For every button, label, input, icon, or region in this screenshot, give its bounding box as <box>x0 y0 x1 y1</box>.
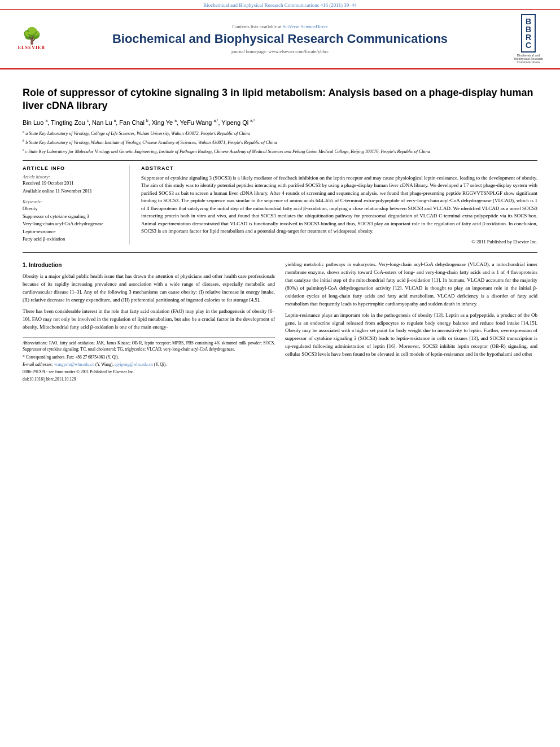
bbrc-logo-container: BBRC Biochemical andBiophysical Research… <box>506 14 551 64</box>
authors-line: Bin Luo a, Tingting Zou c, Nan Lu a, Fan… <box>23 119 537 126</box>
sciverse-line: Contents lists available at SciVerse Sci… <box>60 24 500 29</box>
elsevier-tree-icon: 🌳 <box>22 28 42 44</box>
article-info-title: ARTICLE INFO <box>23 165 121 171</box>
keyword-2: Very-long-chain acyl-CoA dehydrogenase <box>23 220 121 228</box>
contents-text: Contents lists available at <box>233 24 282 29</box>
open-access-note: 0006-291X/$ - see front matter © 2011 Pu… <box>23 369 275 375</box>
body-para-2: yielding metabolic pathways in eukaryote… <box>285 261 537 308</box>
keyword-3: Leptin-resistance <box>23 228 121 236</box>
keyword-4: Fatty acid β-oxidation <box>23 235 121 243</box>
doi-note: doi:10.1016/j.bbrc.2011.10.129 <box>23 376 275 382</box>
keyword-0: Obesity <box>23 205 121 213</box>
content-area: Role of suppressor of cytokine signaling… <box>0 69 560 391</box>
abstract-section: ABSTRACT Suppressor of cytokine signalin… <box>141 165 537 244</box>
email-qi[interactable]: qiyipeng@whu.edu.cn <box>115 362 153 367</box>
section-divider <box>23 252 537 253</box>
abbrev-label: Abbreviations: <box>23 340 47 346</box>
abstract-title: ABSTRACT <box>141 165 537 171</box>
bbrc-logo: BBRC <box>521 14 536 53</box>
body-col-left: 1. Introduction Obesity is a major globa… <box>23 261 275 384</box>
received-date: Received 19 October 2011 <box>23 180 121 186</box>
affil-c: c c State Key Laboratory for Molecular V… <box>23 147 537 155</box>
sciverse-link[interactable]: SciVerse ScienceDirect <box>283 24 328 29</box>
elsevier-label: ELSEVIER <box>18 45 45 50</box>
keywords-section: Keywords: Obesity Suppressor of cytokine… <box>23 199 121 243</box>
bbrc-subtitle: Biochemical andBiophysical ResearchCommu… <box>514 54 543 64</box>
email-wang[interactable]: wangyefu@whu.edu.cn <box>54 362 94 367</box>
intro-heading: 1. Introduction <box>23 261 275 270</box>
affiliations: a a State Key Laboratory of Virology, Co… <box>23 129 537 155</box>
available-date: Available online 11 November 2011 <box>23 188 121 194</box>
email-label: E-mail addresses: <box>23 362 53 367</box>
email-wang-name: (Y. Wang), <box>95 362 113 367</box>
bbrc-letters: BBRC <box>526 18 531 49</box>
history-label: Article history: <box>23 174 121 180</box>
corresponding-note: * Corresponding authors. Fax: +86 27 687… <box>23 354 275 360</box>
abstract-text: Suppressor of cytokine signaling 3 (SOCS… <box>141 174 537 235</box>
email-note: E-mail addresses: wangyefu@whu.edu.cn (Y… <box>23 361 275 368</box>
keywords-label: Keywords: <box>23 199 121 204</box>
email-qi-name: (Y. Qi). <box>154 362 167 367</box>
article-title: Role of suppressor of cytokine signaling… <box>23 86 537 113</box>
journal-homepage: journal homepage: www.elsevier.com/locat… <box>60 49 500 54</box>
journal-center: Contents lists available at SciVerse Sci… <box>60 24 500 54</box>
abbreviations-note: Abbreviations: FAO, fatty acid oxidation… <box>23 340 275 353</box>
journal-citation-bar: Biochemical and Biophysical Research Com… <box>0 0 560 10</box>
affil-b: b b State Key Laboratory of Virology, Wu… <box>23 138 537 146</box>
info-abstract-section: ARTICLE INFO Article history: Received 1… <box>23 160 537 244</box>
footnote-area: Abbreviations: FAO, fatty acid oxidation… <box>23 337 275 383</box>
body-col-right: yielding metabolic pathways in eukaryote… <box>285 261 537 384</box>
affil-a: a a State Key Laboratory of Virology, Co… <box>23 129 537 137</box>
copyright-line: © 2011 Published by Elsevier Inc. <box>141 239 537 244</box>
keyword-1: Suppressor of cytokine signaling 3 <box>23 213 121 221</box>
article-info-column: ARTICLE INFO Article history: Received 1… <box>23 165 130 244</box>
corresponding-text: * Corresponding authors. Fax: +86 27 687… <box>23 355 119 360</box>
abbrev-text: FAO, fatty acid oxidation; JAK, Janus Ki… <box>23 340 275 352</box>
body-para-3: Leptin-resistance plays an important rol… <box>285 312 537 359</box>
body-para-1: There has been considerable interest in … <box>23 308 275 331</box>
keywords-list: Obesity Suppressor of cytokine signaling… <box>23 205 121 243</box>
body-para-0: Obesity is a major global public health … <box>23 273 275 304</box>
elsevier-logo: 🌳 ELSEVIER <box>9 28 54 50</box>
body-section: 1. Introduction Obesity is a major globa… <box>23 261 537 384</box>
journal-title: Biochemical and Biophysical Research Com… <box>60 32 500 46</box>
journal-citation-text: Biochemical and Biophysical Research Com… <box>203 2 356 8</box>
journal-header: 🌳 ELSEVIER Contents lists available at S… <box>0 10 560 69</box>
